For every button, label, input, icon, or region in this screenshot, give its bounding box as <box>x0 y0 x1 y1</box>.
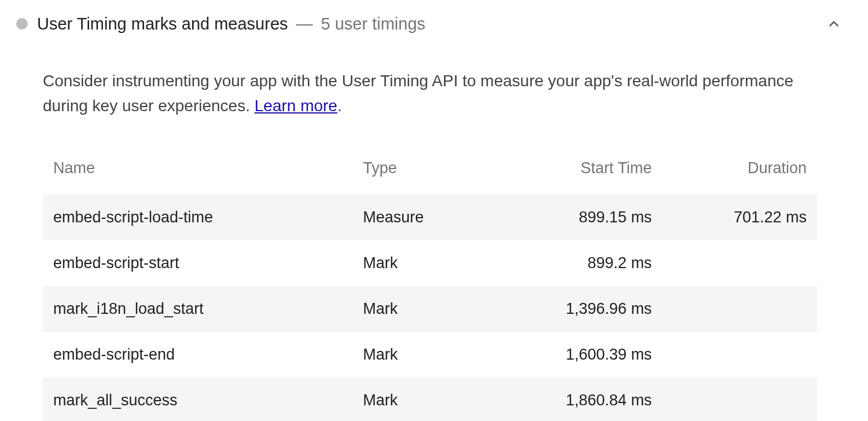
table-row: embed-script-end Mark 1,600.39 ms <box>43 332 817 378</box>
audit-description: Consider instrumenting your app with the… <box>43 68 807 119</box>
status-dot-icon <box>16 18 28 30</box>
description-text: Consider instrumenting your app with the… <box>43 72 793 115</box>
audit-title-line: User Timing marks and measures — 5 user … <box>37 14 814 34</box>
cell-type: Mark <box>352 240 492 286</box>
cell-start-time: 1,860.84 ms <box>492 378 662 421</box>
table-row: mark_all_success Mark 1,860.84 ms <box>43 378 817 421</box>
user-timing-table: Name Type Start Time Duration embed-scri… <box>43 151 817 421</box>
table-row: mark_i18n_load_start Mark 1,396.96 ms <box>43 286 817 332</box>
cell-name: embed-script-start <box>43 240 352 286</box>
learn-more-link[interactable]: Learn more <box>255 97 337 115</box>
col-header-name: Name <box>43 151 352 195</box>
cell-duration <box>662 286 817 332</box>
cell-start-time: 899.15 ms <box>492 195 662 240</box>
cell-start-time: 1,600.39 ms <box>492 332 662 378</box>
cell-type: Measure <box>352 195 492 240</box>
audit-user-timing: User Timing marks and measures — 5 user … <box>0 0 868 421</box>
table-row: embed-script-start Mark 899.2 ms <box>43 240 817 286</box>
audit-body: Consider instrumenting your app with the… <box>16 41 852 421</box>
cell-type: Mark <box>352 332 492 378</box>
cell-type: Mark <box>352 286 492 332</box>
cell-type: Mark <box>352 378 492 421</box>
table-header-row: Name Type Start Time Duration <box>43 151 817 195</box>
cell-duration <box>662 378 817 421</box>
col-header-duration: Duration <box>662 151 817 195</box>
cell-duration: 701.22 ms <box>662 195 817 240</box>
cell-name: mark_all_success <box>43 378 352 421</box>
cell-start-time: 1,396.96 ms <box>492 286 662 332</box>
cell-duration <box>662 332 817 378</box>
cell-name: embed-script-load-time <box>43 195 352 240</box>
audit-header[interactable]: User Timing marks and measures — 5 user … <box>16 10 852 41</box>
cell-name: mark_i18n_load_start <box>43 286 352 332</box>
table-body: embed-script-load-time Measure 899.15 ms… <box>43 195 817 421</box>
chevron-up-icon <box>826 16 841 31</box>
cell-name: embed-script-end <box>43 332 352 378</box>
col-header-start-time: Start Time <box>492 151 662 195</box>
description-suffix: . <box>337 97 342 115</box>
audit-title: User Timing marks and measures <box>37 14 288 34</box>
audit-dash: — <box>296 14 313 34</box>
audit-summary: 5 user timings <box>321 14 426 34</box>
table-row: embed-script-load-time Measure 899.15 ms… <box>43 195 817 240</box>
cell-duration <box>662 240 817 286</box>
col-header-type: Type <box>352 151 492 195</box>
collapse-toggle[interactable] <box>823 13 852 35</box>
cell-start-time: 899.2 ms <box>492 240 662 286</box>
